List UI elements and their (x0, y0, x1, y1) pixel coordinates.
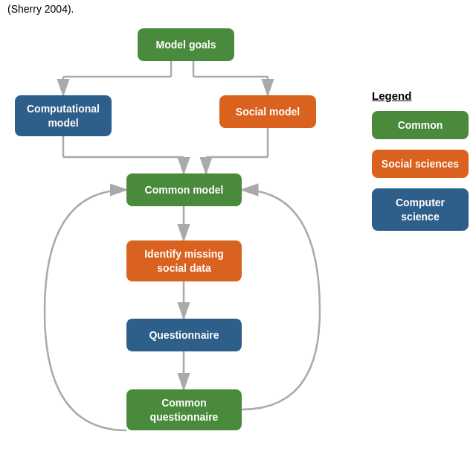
legend-computer-science: Computer science (372, 188, 469, 230)
legend-common: Common (372, 111, 469, 139)
common-questionnaire-box: Common questionnaire (126, 389, 242, 430)
identify-missing-box: Identify missing social data (126, 240, 242, 281)
questionnaire-box: Questionnaire (126, 319, 242, 351)
legend-area: Legend Common Social sciences Computer s… (372, 89, 469, 241)
common-model-box: Common model (126, 173, 242, 206)
computational-model-box: Computational model (15, 95, 112, 136)
legend-title: Legend (372, 89, 469, 102)
legend-social-sciences: Social sciences (372, 150, 469, 178)
social-model-box: Social model (219, 95, 316, 128)
top-text: (Sherry 2004). (0, 0, 476, 18)
diagram-area: Model goals Computational model Social m… (0, 21, 372, 475)
model-goals-box: Model goals (138, 28, 234, 61)
